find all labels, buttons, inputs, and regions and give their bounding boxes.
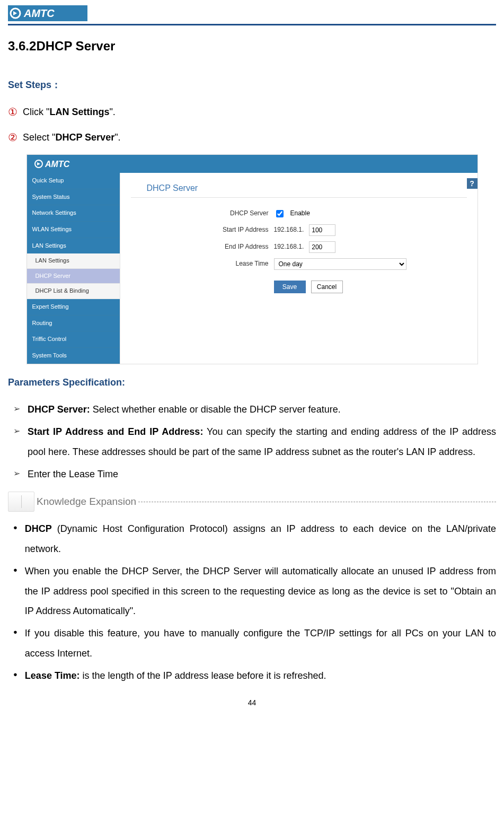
kx-item: Lease Time: is the length of the IP addr… bbox=[8, 666, 496, 686]
step-1: ① Click "LAN Settings". bbox=[8, 103, 496, 120]
save-button[interactable]: Save bbox=[274, 281, 306, 293]
amtc-logo-small: AMTC bbox=[33, 159, 92, 169]
kx-item: DHCP (Dynamic Host Configuration Protoco… bbox=[8, 519, 496, 559]
sidebar-item-routing[interactable]: Routing bbox=[27, 316, 120, 332]
param-item: DHCP Server: Select whether enable or di… bbox=[8, 400, 496, 420]
ip-prefix: 192.168.1. bbox=[274, 225, 304, 235]
step-number: ② bbox=[8, 129, 17, 146]
knowledge-expansion-header: Knowledge Expansion bbox=[8, 492, 496, 512]
end-ip-input[interactable] bbox=[309, 241, 335, 253]
router-ui-screenshot: AMTC Quick Setup System Status Network S… bbox=[26, 154, 478, 364]
sidebar-item-system-status[interactable]: System Status bbox=[27, 189, 120, 206]
param-item: Enter the Lease Time bbox=[8, 465, 496, 485]
book-icon bbox=[8, 492, 34, 512]
lease-time-label: Lease Time bbox=[131, 259, 269, 269]
sidebar-item-network-settings[interactable]: Network Settings bbox=[27, 205, 120, 222]
step-2: ② Select "DHCP Server". bbox=[8, 129, 496, 146]
sidebar-item-expert-setting[interactable]: Expert Setting bbox=[27, 299, 120, 316]
svg-text:AMTC: AMTC bbox=[23, 7, 55, 19]
page-number: 44 bbox=[8, 697, 496, 708]
svg-text:AMTC: AMTC bbox=[45, 160, 70, 169]
sidebar-sub-dhcp-server[interactable]: DHCP Server bbox=[27, 269, 120, 284]
sidebar-sub-dhcp-list[interactable]: DHCP List & Binding bbox=[27, 284, 120, 299]
sidebar-item-traffic-control[interactable]: Triffic Control bbox=[27, 331, 120, 348]
kx-item: When you enable the DHCP Server, the DHC… bbox=[8, 562, 496, 622]
amtc-logo: AMTC bbox=[8, 5, 87, 21]
ip-prefix: 192.168.1. bbox=[274, 242, 304, 252]
knowledge-expansion-label: Knowledge Expansion bbox=[37, 494, 136, 510]
enable-checkbox[interactable] bbox=[276, 210, 284, 217]
set-steps-label: Set Steps： bbox=[8, 77, 496, 93]
sidebar-item-system-tools[interactable]: System Tools bbox=[27, 348, 120, 364]
router-header: AMTC bbox=[27, 155, 478, 173]
start-ip-input[interactable] bbox=[309, 224, 335, 236]
lease-time-select[interactable]: One day bbox=[274, 258, 406, 270]
dhcp-server-label: DHCP Server bbox=[131, 208, 269, 218]
kx-item: If you disable this feature, you have to… bbox=[8, 624, 496, 664]
sidebar-sub-lan-settings[interactable]: LAN Settings bbox=[27, 253, 120, 269]
document-header: AMTC bbox=[8, 0, 496, 25]
sidebar-item-lan-settings[interactable]: LAN Settings bbox=[27, 238, 120, 254]
step-number: ① bbox=[8, 103, 17, 120]
end-ip-label: End IP Address bbox=[131, 242, 269, 252]
dashed-line bbox=[138, 501, 496, 502]
start-ip-label: Start IP Address bbox=[131, 225, 269, 235]
sidebar-item-wlan-settings[interactable]: WLAN Settings bbox=[27, 222, 120, 238]
page-title: DHCP Server bbox=[131, 178, 467, 198]
section-title: 3.6.2DHCP Server bbox=[8, 36, 496, 56]
param-item: Start IP Address and End IP Address: You… bbox=[8, 422, 496, 462]
sidebar-item-quick-setup[interactable]: Quick Setup bbox=[27, 173, 120, 189]
parameters-specification-label: Parameters Specification: bbox=[8, 375, 496, 390]
sidebar: Quick Setup System Status Network Settin… bbox=[27, 173, 120, 364]
knowledge-expansion-list: DHCP (Dynamic Host Configuration Protoco… bbox=[8, 519, 496, 686]
help-icon[interactable]: ? bbox=[467, 178, 478, 189]
enable-label: Enable bbox=[290, 208, 310, 218]
parameters-list: DHCP Server: Select whether enable or di… bbox=[8, 400, 496, 484]
cancel-button[interactable]: Cancel bbox=[311, 281, 343, 293]
